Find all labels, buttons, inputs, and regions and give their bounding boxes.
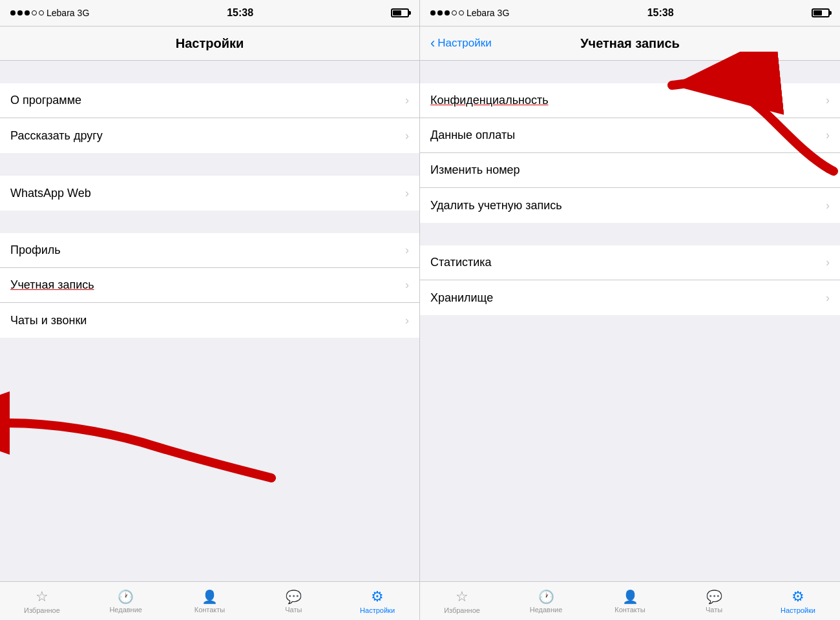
menu-item-stats[interactable]: Статистика › [420, 245, 840, 280]
menu-item-privacy-label: Конфиденциальность [430, 94, 549, 107]
bottom-gap-left [0, 338, 419, 581]
chats-label-left: Чаты [285, 606, 302, 614]
dot2 [17, 10, 23, 16]
right-section-2: Статистика › Хранилище › [420, 245, 840, 315]
right-network-label: 3G [498, 8, 510, 18]
bottom-gap-right [420, 315, 840, 581]
settings-label-left: Настройки [360, 606, 395, 614]
battery-icon [391, 8, 409, 17]
menu-item-change-number-label: Изменить номер [430, 163, 520, 177]
left-tab-bar: ☆ Избранное 🕐 Недавние 👤 Контакты 💬 Чаты… [0, 581, 419, 620]
tab-recent-right[interactable]: 🕐 Недавние [504, 589, 588, 614]
menu-item-whatsapp-web[interactable]: WhatsApp Web › [0, 176, 419, 211]
chevron-payment: › [826, 129, 830, 142]
menu-item-about[interactable]: О программе › [0, 83, 419, 118]
tab-chats-left[interactable]: 💬 Чаты [251, 589, 335, 614]
chevron-storage: › [826, 291, 830, 305]
recent-icon-left: 🕐 [118, 589, 134, 604]
r-dot2 [437, 10, 443, 16]
r-dot4 [452, 10, 457, 16]
menu-item-profile[interactable]: Профиль › [0, 233, 419, 268]
menu-item-chats[interactable]: Чаты и звонки › [0, 303, 419, 338]
dot3 [25, 10, 30, 16]
menu-item-whatsapp-web-label: WhatsApp Web [10, 187, 91, 200]
chevron-tell-friend: › [405, 129, 409, 143]
tab-favorites-left[interactable]: ☆ Избранное [0, 588, 84, 614]
right-tab-bar: ☆ Избранное 🕐 Недавние 👤 Контакты 💬 Чаты… [420, 581, 840, 620]
left-section-1: О программе › Рассказать другу › [0, 83, 419, 153]
left-nav-bar: Настройки [0, 26, 419, 61]
back-button[interactable]: ‹ Настройки [430, 36, 492, 50]
back-label: Настройки [437, 37, 491, 50]
back-chevron-icon: ‹ [430, 36, 435, 50]
r-dot5 [459, 10, 464, 16]
menu-item-tell-friend[interactable]: Рассказать другу › [0, 118, 419, 153]
right-content: Конфиденциальность › Данные оплаты › Изм… [420, 61, 840, 581]
left-status-left: Lebara 3G [10, 8, 89, 18]
menu-item-privacy[interactable]: Конфиденциальность › [420, 83, 840, 118]
tab-favorites-right[interactable]: ☆ Избранное [420, 588, 504, 614]
gap2 [0, 153, 419, 176]
left-section-3: Профиль › Учетная запись › Чаты и звонки… [0, 233, 419, 338]
menu-item-payment[interactable]: Данные оплаты › [420, 118, 840, 153]
recent-icon-right: 🕐 [538, 589, 554, 604]
network-label: 3G [78, 8, 90, 18]
chats-label-right: Чаты [706, 606, 722, 614]
left-nav-title: Настройки [176, 36, 244, 51]
right-status-bar: Lebara 3G 15:38 [420, 0, 840, 26]
dot4 [32, 10, 37, 16]
chevron-privacy: › [826, 94, 830, 107]
signal-dots [10, 10, 44, 16]
chevron-profile: › [405, 243, 409, 257]
right-section-1: Конфиденциальность › Данные оплаты › Изм… [420, 83, 840, 223]
right-phone-panel: Lebara 3G 15:38 ‹ Настройки Учетная запи… [420, 0, 840, 620]
chevron-chats: › [405, 314, 409, 327]
left-section-2: WhatsApp Web › [0, 176, 419, 211]
battery-fill [393, 10, 401, 16]
right-nav-title: Учетная запись [580, 36, 680, 51]
menu-item-tell-friend-label: Рассказать другу [10, 129, 103, 143]
favorites-label-right: Избранное [444, 606, 480, 614]
chevron-whatsapp-web: › [405, 187, 409, 200]
tab-settings-left[interactable]: ⚙ Настройки [335, 588, 419, 614]
menu-item-stats-label: Статистика [430, 256, 492, 269]
tab-chats-right[interactable]: 💬 Чаты [672, 589, 756, 614]
tab-settings-right[interactable]: ⚙ Настройки [756, 588, 840, 614]
left-status-right [391, 8, 409, 17]
chevron-about: › [405, 94, 409, 107]
r-gap1 [420, 61, 840, 83]
chevron-change-number: › [826, 163, 830, 177]
contacts-label-left: Контакты [194, 606, 226, 614]
menu-item-payment-label: Данные оплаты [430, 129, 515, 142]
contacts-icon-right: 👤 [622, 589, 638, 604]
right-battery-fill [814, 10, 822, 16]
recent-label-right: Недавние [530, 606, 563, 614]
left-phone-panel: Lebara 3G 15:38 Настройки О программе › … [0, 0, 420, 620]
tab-contacts-right[interactable]: 👤 Контакты [588, 589, 672, 614]
contacts-label-right: Контакты [614, 606, 646, 614]
tab-recent-left[interactable]: 🕐 Недавние [84, 589, 168, 614]
menu-item-account[interactable]: Учетная запись › [0, 268, 419, 303]
settings-icon-left: ⚙ [371, 588, 384, 605]
menu-item-delete-account[interactable]: Удалить учетную запись › [420, 188, 840, 223]
right-carrier-label: Lebara [467, 8, 495, 18]
right-time: 15:38 [647, 7, 674, 19]
chevron-delete-account: › [826, 199, 830, 212]
right-status-left: Lebara 3G [430, 8, 509, 18]
chats-icon-left: 💬 [286, 589, 302, 604]
r-dot1 [430, 10, 436, 16]
menu-item-change-number[interactable]: Изменить номер › [420, 153, 840, 188]
tab-contacts-left[interactable]: 👤 Контакты [168, 589, 252, 614]
left-content: О программе › Рассказать другу › WhatsAp… [0, 61, 419, 581]
menu-item-storage[interactable]: Хранилище › [420, 280, 840, 315]
r-gap2 [420, 223, 840, 245]
chevron-account: › [405, 278, 409, 292]
settings-icon-right: ⚙ [792, 588, 804, 605]
recent-label-left: Недавние [109, 606, 142, 614]
left-time: 15:38 [227, 7, 253, 19]
right-status-right [812, 8, 830, 17]
right-signal-dots [430, 10, 464, 16]
favorites-icon-right: ☆ [456, 588, 468, 605]
menu-item-delete-account-label: Удалить учетную запись [430, 199, 562, 212]
right-nav-bar: ‹ Настройки Учетная запись [420, 26, 840, 61]
